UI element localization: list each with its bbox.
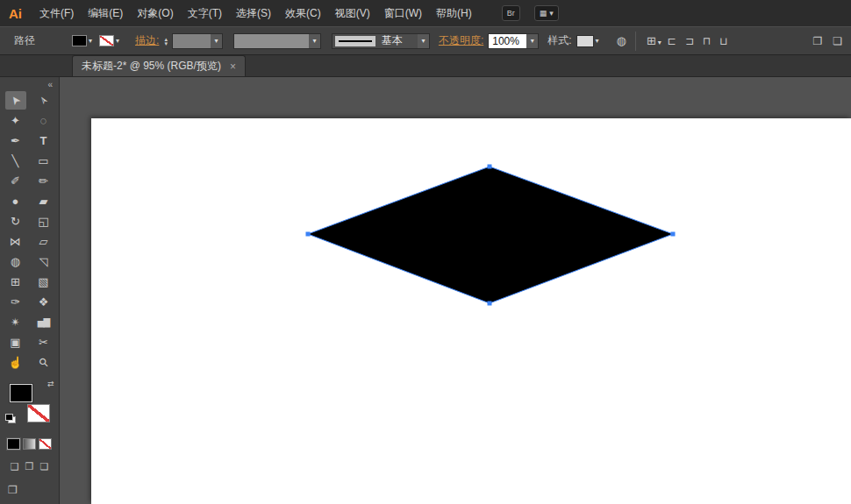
workspace: « ➤ ➢ ✦ ◌ ✒ T ╲ ▭ ✐ ✏ ● ▰ ↻ ◱ ⋈ ▱ ◍ ◹ ⊞ xyxy=(0,77,851,504)
lasso-tool[interactable]: ◌ xyxy=(33,111,54,130)
none-button[interactable] xyxy=(39,438,52,450)
hand-tool[interactable]: ☝ xyxy=(5,353,26,372)
anchor-point-left[interactable] xyxy=(306,232,311,237)
align-left-button[interactable]: ⊏ xyxy=(668,35,676,47)
swap-fill-stroke-icon[interactable]: ⇄ xyxy=(47,380,54,388)
perspective-grid-tool[interactable]: ◹ xyxy=(33,252,54,271)
scale-tool[interactable]: ◱ xyxy=(33,212,54,231)
paintbrush-tool[interactable]: ✐ xyxy=(5,172,26,190)
eyedropper-tool[interactable]: ✑ xyxy=(5,293,26,311)
type-tool[interactable]: T xyxy=(33,131,54,150)
draw-inside-button[interactable]: ❏ xyxy=(39,461,48,472)
direct-selection-tool[interactable]: ➢ xyxy=(33,91,54,110)
menu-select[interactable]: 选择(S) xyxy=(229,6,278,21)
zoom-icon: ⚲ xyxy=(37,356,51,370)
selection-tool[interactable]: ➤ xyxy=(5,91,26,110)
magic-wand-tool[interactable]: ✦ xyxy=(5,111,26,130)
rotate-tool[interactable]: ↻ xyxy=(5,212,26,231)
recolor-artwork-button[interactable]: ◍ xyxy=(617,34,626,47)
menu-help[interactable]: 帮助(H) xyxy=(429,6,479,21)
brush-definition-dropdown[interactable]: ▾ xyxy=(233,33,321,49)
align-top-button[interactable]: ⊓ xyxy=(703,35,711,47)
document-tab[interactable]: 未标题-2* @ 95% (RGB/预览) × xyxy=(72,55,246,76)
fill-color-swatch[interactable] xyxy=(72,35,87,46)
screen-mode-button[interactable]: ❐ xyxy=(0,484,59,496)
default-fill-stroke-icon[interactable] xyxy=(8,416,16,423)
style-swatch[interactable] xyxy=(576,35,594,47)
stroke-color-dropdown[interactable]: ▾ xyxy=(99,35,121,46)
color-button[interactable] xyxy=(7,438,20,450)
anchor-point-top[interactable] xyxy=(488,165,492,169)
arrange-documents-button[interactable]: ▦ ▾ xyxy=(534,5,559,21)
pencil-tool[interactable]: ✏ xyxy=(33,172,54,190)
zoom-tool[interactable]: ⚲ xyxy=(33,353,54,372)
align-panel-dropdown[interactable]: ⊞▾ xyxy=(647,34,663,47)
shape-builder-icon: ◍ xyxy=(11,256,20,267)
stroke-width-dropdown[interactable]: ▾ xyxy=(172,33,223,49)
chevron-down-icon[interactable]: ▾ xyxy=(596,37,599,45)
blend-tool[interactable]: ❖ xyxy=(33,293,54,311)
anchor-point-bottom[interactable] xyxy=(488,302,492,306)
chevron-down-icon[interactable]: ▾ xyxy=(89,37,92,45)
fill-swatch[interactable] xyxy=(10,384,32,402)
canvas[interactable] xyxy=(60,77,851,504)
align-right-button[interactable]: ⊐ xyxy=(685,35,694,47)
draw-behind-button[interactable]: ❒ xyxy=(25,461,34,472)
anchor-point-right[interactable] xyxy=(671,232,676,237)
stepper-down-icon[interactable]: ▾ xyxy=(164,41,168,46)
opacity-value[interactable]: 100% xyxy=(489,35,523,47)
opacity-panel-link[interactable]: 不透明度: xyxy=(439,33,483,48)
toolbar-collapse-button[interactable]: « xyxy=(0,77,59,91)
gradient-button[interactable] xyxy=(23,438,36,450)
bridge-button[interactable]: Br xyxy=(502,5,520,21)
divider xyxy=(635,32,636,51)
chevron-down-icon[interactable]: ▾ xyxy=(418,34,429,48)
chevron-down-icon[interactable]: ▾ xyxy=(309,34,320,48)
menu-object[interactable]: 对象(O) xyxy=(130,6,180,21)
blob-brush-tool[interactable]: ● xyxy=(5,192,26,210)
menu-view[interactable]: 视图(V) xyxy=(328,6,377,21)
document-tab-title[interactable]: 未标题-2* @ 95% (RGB/预览) xyxy=(82,59,221,74)
chevron-down-icon[interactable]: ▾ xyxy=(116,37,119,45)
diamond-shape[interactable] xyxy=(308,167,673,303)
stroke-width-stepper[interactable]: ▴ ▾ xyxy=(164,37,168,46)
width-tool[interactable]: ⋈ xyxy=(5,232,26,251)
transform-panel-button[interactable]: ❐ xyxy=(812,35,822,47)
arrange-documents-icon: ▦ xyxy=(540,9,547,18)
menu-edit[interactable]: 编辑(E) xyxy=(81,6,130,21)
artwork-layer xyxy=(60,77,851,504)
gradient-tool[interactable]: ▧ xyxy=(33,273,54,291)
style-dropdown[interactable]: ▾ xyxy=(572,35,601,47)
column-graph-tool[interactable]: ▅▇ xyxy=(33,313,54,331)
isolate-button[interactable]: ❏ xyxy=(833,35,842,47)
stroke-none-swatch[interactable] xyxy=(99,35,114,46)
line-segment-icon: ╲ xyxy=(12,155,19,167)
mesh-tool[interactable]: ⊞ xyxy=(5,273,26,291)
stroke-swatch[interactable] xyxy=(27,404,50,422)
stroke-panel-link[interactable]: 描边: xyxy=(135,33,159,48)
eraser-tool[interactable]: ▰ xyxy=(33,192,54,210)
rectangle-tool[interactable]: ▭ xyxy=(33,152,54,170)
menu-window[interactable]: 窗口(W) xyxy=(377,6,429,21)
document-tab-bar: 未标题-2* @ 95% (RGB/预览) × xyxy=(0,55,851,77)
type-icon: T xyxy=(40,135,47,146)
line-segment-tool[interactable]: ╲ xyxy=(5,152,26,170)
close-icon[interactable]: × xyxy=(230,60,236,73)
menu-effect[interactable]: 效果(C) xyxy=(278,6,328,21)
draw-normal-button[interactable]: ❑ xyxy=(11,461,19,472)
width-profile-label: 基本 xyxy=(382,33,403,48)
free-transform-tool[interactable]: ▱ xyxy=(33,232,54,251)
menu-file[interactable]: 文件(F) xyxy=(32,6,81,21)
artboard-tool[interactable]: ▣ xyxy=(5,333,26,351)
symbol-sprayer-tool[interactable]: ✴ xyxy=(5,313,26,331)
slice-tool[interactable]: ✂ xyxy=(33,333,54,351)
opacity-dropdown[interactable]: 100% ▾ xyxy=(488,33,539,49)
chevron-down-icon[interactable]: ▾ xyxy=(211,34,222,48)
align-bottom-button[interactable]: ⊔ xyxy=(719,35,727,47)
menu-type[interactable]: 文字(T) xyxy=(181,6,229,21)
chevron-down-icon[interactable]: ▾ xyxy=(526,34,538,48)
pen-tool[interactable]: ✒ xyxy=(5,131,26,150)
shape-builder-tool[interactable]: ◍ xyxy=(5,252,26,271)
fill-color-dropdown[interactable]: ▾ xyxy=(72,35,94,46)
width-profile-dropdown[interactable]: 基本 ▾ xyxy=(332,33,430,49)
